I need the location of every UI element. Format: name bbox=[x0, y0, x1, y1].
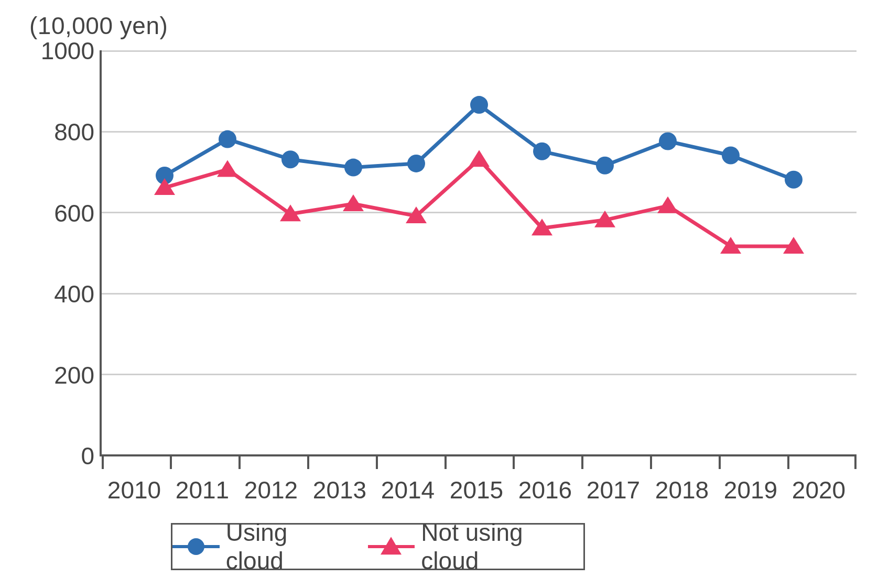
circle-marker-icon bbox=[219, 130, 236, 148]
plot-area bbox=[100, 50, 854, 456]
x-tick bbox=[307, 454, 309, 469]
triangle-marker-icon bbox=[469, 150, 490, 167]
circle-marker-icon bbox=[533, 143, 551, 160]
legend-label: Using cloud bbox=[226, 518, 349, 575]
series-line bbox=[165, 159, 794, 246]
x-tick bbox=[513, 454, 515, 469]
x-tick bbox=[376, 454, 378, 469]
x-tick bbox=[787, 454, 789, 469]
legend: Using cloud Not using cloud bbox=[171, 523, 585, 570]
legend-item-using-cloud: Using cloud bbox=[172, 518, 349, 575]
legend-swatch-triangle-icon bbox=[368, 535, 415, 558]
x-tick bbox=[719, 454, 721, 469]
circle-marker-icon bbox=[659, 133, 677, 150]
x-tick bbox=[170, 454, 172, 469]
x-tick-label: 2018 bbox=[655, 476, 709, 504]
circle-marker-icon bbox=[470, 96, 488, 114]
x-tick-label: 2014 bbox=[381, 476, 435, 504]
series-line bbox=[165, 105, 794, 180]
circle-marker-icon bbox=[722, 147, 740, 165]
y-tick-label: 1000 bbox=[5, 37, 94, 65]
x-tick-label: 2013 bbox=[313, 476, 366, 504]
chart-root: (10,000 yen) 1000 800 600 400 200 0 2010… bbox=[0, 0, 889, 588]
x-tick-label: 2016 bbox=[518, 476, 572, 504]
y-tick-label: 200 bbox=[5, 361, 94, 389]
y-tick-label: 400 bbox=[5, 280, 94, 308]
circle-marker-icon bbox=[407, 155, 425, 172]
chart-lines bbox=[102, 50, 857, 456]
x-tick-label: 2010 bbox=[107, 476, 161, 504]
x-tick-label: 2019 bbox=[724, 476, 777, 504]
x-tick bbox=[581, 454, 583, 469]
x-tick bbox=[854, 454, 857, 469]
x-tick bbox=[650, 454, 652, 469]
y-tick-label: 800 bbox=[5, 118, 94, 146]
triangle-marker-icon bbox=[657, 197, 678, 213]
triangle-marker-icon bbox=[343, 194, 364, 211]
x-tick-label: 2015 bbox=[450, 476, 503, 504]
legend-item-not-using-cloud: Not using cloud bbox=[368, 518, 584, 575]
legend-swatch-circle-icon bbox=[172, 535, 220, 558]
circle-marker-icon bbox=[785, 171, 803, 189]
x-tick bbox=[102, 454, 104, 469]
x-tick-label: 2020 bbox=[792, 476, 845, 504]
circle-marker-icon bbox=[281, 150, 299, 168]
x-tick-label: 2011 bbox=[176, 476, 229, 504]
x-tick bbox=[238, 454, 241, 469]
circle-marker-icon bbox=[344, 159, 362, 177]
x-tick-label: 2012 bbox=[244, 476, 298, 504]
x-tick-label: 2017 bbox=[587, 476, 640, 504]
y-axis-unit-label: (10,000 yen) bbox=[29, 12, 168, 40]
circle-marker-icon bbox=[596, 157, 614, 175]
y-tick-label: 600 bbox=[5, 199, 94, 227]
y-tick-label: 0 bbox=[5, 442, 94, 470]
x-tick bbox=[444, 454, 447, 469]
triangle-marker-icon bbox=[217, 160, 238, 177]
legend-label: Not using cloud bbox=[421, 518, 583, 575]
